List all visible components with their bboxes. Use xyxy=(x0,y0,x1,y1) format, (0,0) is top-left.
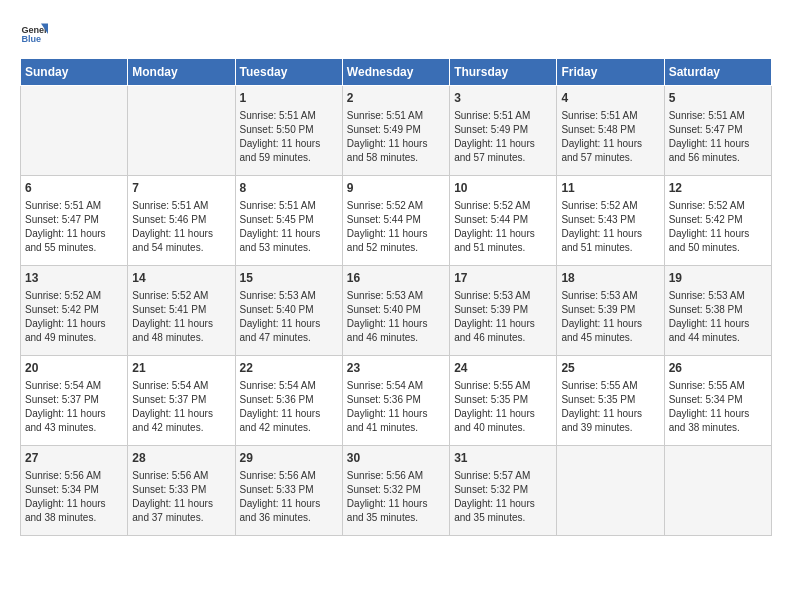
day-number: 7 xyxy=(132,180,230,197)
day-number: 22 xyxy=(240,360,338,377)
cell-content: Sunrise: 5:53 AMSunset: 5:40 PMDaylight:… xyxy=(240,289,338,345)
calendar-cell: 4Sunrise: 5:51 AMSunset: 5:48 PMDaylight… xyxy=(557,86,664,176)
cell-content: Sunrise: 5:52 AMSunset: 5:42 PMDaylight:… xyxy=(669,199,767,255)
weekday-header-cell: Wednesday xyxy=(342,59,449,86)
calendar-cell: 26Sunrise: 5:55 AMSunset: 5:34 PMDayligh… xyxy=(664,356,771,446)
calendar-cell: 11Sunrise: 5:52 AMSunset: 5:43 PMDayligh… xyxy=(557,176,664,266)
day-number: 12 xyxy=(669,180,767,197)
calendar-week-row: 13Sunrise: 5:52 AMSunset: 5:42 PMDayligh… xyxy=(21,266,772,356)
day-number: 2 xyxy=(347,90,445,107)
calendar-cell: 31Sunrise: 5:57 AMSunset: 5:32 PMDayligh… xyxy=(450,446,557,536)
page-header: General Blue xyxy=(20,20,772,48)
calendar-cell: 1Sunrise: 5:51 AMSunset: 5:50 PMDaylight… xyxy=(235,86,342,176)
day-number: 19 xyxy=(669,270,767,287)
calendar-cell: 3Sunrise: 5:51 AMSunset: 5:49 PMDaylight… xyxy=(450,86,557,176)
day-number: 3 xyxy=(454,90,552,107)
calendar-cell xyxy=(128,86,235,176)
cell-content: Sunrise: 5:56 AMSunset: 5:34 PMDaylight:… xyxy=(25,469,123,525)
cell-content: Sunrise: 5:56 AMSunset: 5:32 PMDaylight:… xyxy=(347,469,445,525)
day-number: 11 xyxy=(561,180,659,197)
day-number: 25 xyxy=(561,360,659,377)
day-number: 15 xyxy=(240,270,338,287)
calendar-week-row: 27Sunrise: 5:56 AMSunset: 5:34 PMDayligh… xyxy=(21,446,772,536)
calendar-cell: 14Sunrise: 5:52 AMSunset: 5:41 PMDayligh… xyxy=(128,266,235,356)
calendar-cell: 16Sunrise: 5:53 AMSunset: 5:40 PMDayligh… xyxy=(342,266,449,356)
cell-content: Sunrise: 5:55 AMSunset: 5:34 PMDaylight:… xyxy=(669,379,767,435)
cell-content: Sunrise: 5:53 AMSunset: 5:39 PMDaylight:… xyxy=(454,289,552,345)
calendar-cell: 28Sunrise: 5:56 AMSunset: 5:33 PMDayligh… xyxy=(128,446,235,536)
calendar-week-row: 20Sunrise: 5:54 AMSunset: 5:37 PMDayligh… xyxy=(21,356,772,446)
day-number: 26 xyxy=(669,360,767,377)
calendar-cell: 15Sunrise: 5:53 AMSunset: 5:40 PMDayligh… xyxy=(235,266,342,356)
day-number: 5 xyxy=(669,90,767,107)
calendar-cell: 5Sunrise: 5:51 AMSunset: 5:47 PMDaylight… xyxy=(664,86,771,176)
calendar-week-row: 6Sunrise: 5:51 AMSunset: 5:47 PMDaylight… xyxy=(21,176,772,266)
calendar-cell: 23Sunrise: 5:54 AMSunset: 5:36 PMDayligh… xyxy=(342,356,449,446)
weekday-header-cell: Tuesday xyxy=(235,59,342,86)
calendar-cell xyxy=(21,86,128,176)
calendar-cell: 10Sunrise: 5:52 AMSunset: 5:44 PMDayligh… xyxy=(450,176,557,266)
day-number: 27 xyxy=(25,450,123,467)
calendar-cell: 19Sunrise: 5:53 AMSunset: 5:38 PMDayligh… xyxy=(664,266,771,356)
day-number: 28 xyxy=(132,450,230,467)
day-number: 10 xyxy=(454,180,552,197)
day-number: 17 xyxy=(454,270,552,287)
day-number: 31 xyxy=(454,450,552,467)
day-number: 13 xyxy=(25,270,123,287)
cell-content: Sunrise: 5:54 AMSunset: 5:37 PMDaylight:… xyxy=(25,379,123,435)
day-number: 14 xyxy=(132,270,230,287)
cell-content: Sunrise: 5:56 AMSunset: 5:33 PMDaylight:… xyxy=(240,469,338,525)
day-number: 6 xyxy=(25,180,123,197)
cell-content: Sunrise: 5:55 AMSunset: 5:35 PMDaylight:… xyxy=(454,379,552,435)
weekday-header-cell: Friday xyxy=(557,59,664,86)
calendar-cell xyxy=(664,446,771,536)
cell-content: Sunrise: 5:54 AMSunset: 5:36 PMDaylight:… xyxy=(240,379,338,435)
calendar-cell xyxy=(557,446,664,536)
calendar-cell: 20Sunrise: 5:54 AMSunset: 5:37 PMDayligh… xyxy=(21,356,128,446)
weekday-header-cell: Monday xyxy=(128,59,235,86)
calendar-cell: 25Sunrise: 5:55 AMSunset: 5:35 PMDayligh… xyxy=(557,356,664,446)
weekday-header-cell: Saturday xyxy=(664,59,771,86)
day-number: 1 xyxy=(240,90,338,107)
calendar-cell: 7Sunrise: 5:51 AMSunset: 5:46 PMDaylight… xyxy=(128,176,235,266)
day-number: 30 xyxy=(347,450,445,467)
weekday-header-row: SundayMondayTuesdayWednesdayThursdayFrid… xyxy=(21,59,772,86)
cell-content: Sunrise: 5:52 AMSunset: 5:44 PMDaylight:… xyxy=(347,199,445,255)
cell-content: Sunrise: 5:51 AMSunset: 5:47 PMDaylight:… xyxy=(669,109,767,165)
calendar-week-row: 1Sunrise: 5:51 AMSunset: 5:50 PMDaylight… xyxy=(21,86,772,176)
calendar-cell: 2Sunrise: 5:51 AMSunset: 5:49 PMDaylight… xyxy=(342,86,449,176)
cell-content: Sunrise: 5:51 AMSunset: 5:49 PMDaylight:… xyxy=(454,109,552,165)
cell-content: Sunrise: 5:52 AMSunset: 5:43 PMDaylight:… xyxy=(561,199,659,255)
calendar-cell: 21Sunrise: 5:54 AMSunset: 5:37 PMDayligh… xyxy=(128,356,235,446)
cell-content: Sunrise: 5:53 AMSunset: 5:39 PMDaylight:… xyxy=(561,289,659,345)
calendar-cell: 8Sunrise: 5:51 AMSunset: 5:45 PMDaylight… xyxy=(235,176,342,266)
svg-text:Blue: Blue xyxy=(21,34,41,44)
cell-content: Sunrise: 5:55 AMSunset: 5:35 PMDaylight:… xyxy=(561,379,659,435)
day-number: 4 xyxy=(561,90,659,107)
weekday-header-cell: Sunday xyxy=(21,59,128,86)
calendar-cell: 13Sunrise: 5:52 AMSunset: 5:42 PMDayligh… xyxy=(21,266,128,356)
day-number: 24 xyxy=(454,360,552,377)
day-number: 23 xyxy=(347,360,445,377)
cell-content: Sunrise: 5:53 AMSunset: 5:40 PMDaylight:… xyxy=(347,289,445,345)
logo-icon: General Blue xyxy=(20,20,48,48)
logo: General Blue xyxy=(20,20,48,48)
calendar-cell: 18Sunrise: 5:53 AMSunset: 5:39 PMDayligh… xyxy=(557,266,664,356)
cell-content: Sunrise: 5:51 AMSunset: 5:48 PMDaylight:… xyxy=(561,109,659,165)
calendar-table: SundayMondayTuesdayWednesdayThursdayFrid… xyxy=(20,58,772,536)
cell-content: Sunrise: 5:51 AMSunset: 5:47 PMDaylight:… xyxy=(25,199,123,255)
day-number: 16 xyxy=(347,270,445,287)
cell-content: Sunrise: 5:53 AMSunset: 5:38 PMDaylight:… xyxy=(669,289,767,345)
cell-content: Sunrise: 5:54 AMSunset: 5:37 PMDaylight:… xyxy=(132,379,230,435)
day-number: 9 xyxy=(347,180,445,197)
cell-content: Sunrise: 5:54 AMSunset: 5:36 PMDaylight:… xyxy=(347,379,445,435)
cell-content: Sunrise: 5:56 AMSunset: 5:33 PMDaylight:… xyxy=(132,469,230,525)
calendar-cell: 27Sunrise: 5:56 AMSunset: 5:34 PMDayligh… xyxy=(21,446,128,536)
calendar-body: 1Sunrise: 5:51 AMSunset: 5:50 PMDaylight… xyxy=(21,86,772,536)
cell-content: Sunrise: 5:51 AMSunset: 5:45 PMDaylight:… xyxy=(240,199,338,255)
day-number: 29 xyxy=(240,450,338,467)
day-number: 21 xyxy=(132,360,230,377)
cell-content: Sunrise: 5:51 AMSunset: 5:49 PMDaylight:… xyxy=(347,109,445,165)
cell-content: Sunrise: 5:51 AMSunset: 5:50 PMDaylight:… xyxy=(240,109,338,165)
calendar-cell: 29Sunrise: 5:56 AMSunset: 5:33 PMDayligh… xyxy=(235,446,342,536)
